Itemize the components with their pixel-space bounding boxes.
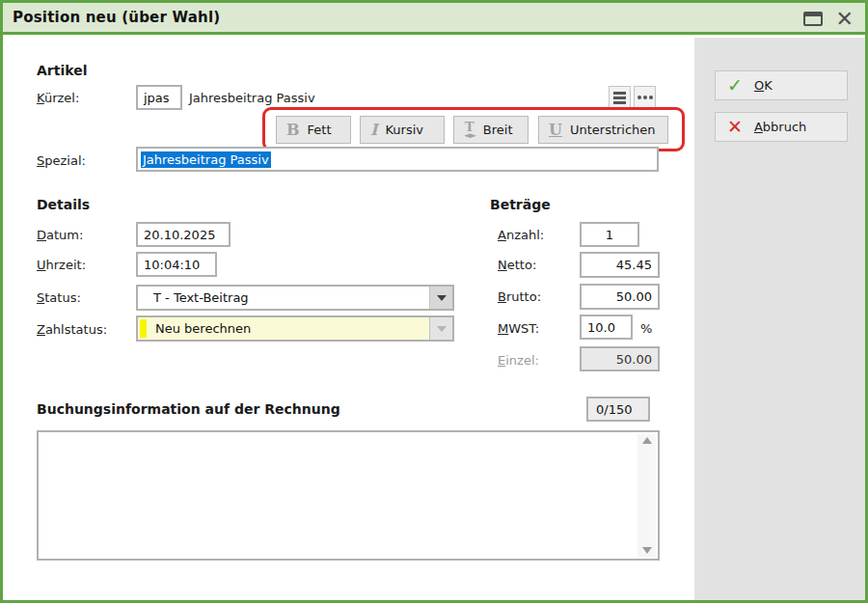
window-title: Position neu (über Wahl) (13, 9, 220, 26)
anzahl-input[interactable]: 1 (580, 222, 639, 247)
more-options-button[interactable] (634, 86, 656, 109)
wide-button[interactable]: T◄► Breit (453, 116, 529, 144)
underline-label: Unterstrichen (570, 123, 656, 137)
cross-icon: ✕ (727, 118, 743, 136)
wide-label: Breit (483, 123, 513, 137)
scroll-down-icon[interactable] (642, 547, 652, 554)
underline-icon: U (549, 123, 562, 138)
wide-icon: T◄► (464, 121, 475, 140)
mwst-input[interactable]: 10.0 (580, 315, 633, 340)
uhrzeit-input[interactable]: 10:04:10 (136, 252, 217, 277)
netto-label: Netto: (498, 258, 536, 272)
ellipsis-icon (637, 96, 653, 99)
scroll-up-icon[interactable] (642, 437, 652, 444)
italic-label: Kursiv (385, 123, 423, 137)
kuerzel-description: Jahresbeitrag Passiv (189, 91, 315, 105)
textarea-scrollbar[interactable] (637, 434, 656, 557)
char-counter: 0/150 (586, 397, 650, 422)
dialog-position-neu: Position neu (über Wahl) ✕ Artikel Kürze… (0, 0, 868, 603)
details-header: Details (37, 197, 90, 212)
datum-input[interactable]: 20.10.2025 (136, 222, 231, 247)
menu-button[interactable] (609, 86, 631, 109)
anzahl-label: Anzahl: (498, 228, 544, 242)
brutto-label: Brutto: (498, 289, 541, 304)
titlebar: Position neu (über Wahl) ✕ (3, 3, 865, 35)
abbruch-label: Abbruch (754, 120, 806, 134)
italic-button[interactable]: I Kursiv (360, 116, 445, 144)
kuerzel-label: Kürzel: (37, 91, 79, 105)
chevron-down-icon (437, 326, 447, 332)
status-value: T - Text-Beitrag (153, 290, 429, 305)
zahlstatus-value: Neu berechnen (155, 321, 429, 336)
zahlstatus-label: Zahlstatus: (37, 322, 107, 337)
yellow-marker-bar (140, 319, 147, 338)
ok-button[interactable]: ✓ OK (715, 70, 848, 100)
abbruch-button[interactable]: ✕ Abbruch (715, 112, 848, 142)
uhrzeit-label: Uhrzeit: (37, 258, 86, 272)
bold-button[interactable]: B Fett (276, 116, 351, 144)
underline-button[interactable]: U Unterstrichen (538, 116, 668, 144)
datum-label: Datum: (37, 228, 83, 242)
bold-label: Fett (308, 123, 332, 137)
status-dropdown-arrow[interactable] (429, 287, 452, 309)
status-dropdown[interactable]: T - Text-Beitrag (136, 285, 454, 311)
chevron-down-icon (437, 295, 447, 301)
restore-window-icon[interactable] (803, 12, 823, 26)
zahlstatus-dropdown-arrow (429, 317, 452, 340)
einzel-label: Einzel: (498, 353, 539, 368)
selected-text: Jahresbeitrag Passiv (141, 151, 271, 168)
italic-icon: I (370, 123, 377, 138)
ok-label: OK (754, 78, 773, 93)
mwst-suffix: % (640, 321, 652, 336)
kuerzel-input[interactable]: jpas (136, 85, 182, 110)
buchung-header: Buchungsinformation auf der Rechnung (37, 401, 340, 417)
hamburger-icon (613, 92, 626, 104)
bold-icon: B (286, 123, 300, 138)
zahlstatus-dropdown[interactable]: Neu berechnen (136, 315, 454, 342)
spezial-input[interactable]: Jahresbeitrag Passiv (136, 147, 659, 172)
check-icon: ✓ (727, 76, 743, 95)
status-label: Status: (37, 290, 81, 305)
close-icon[interactable]: ✕ (836, 10, 854, 29)
netto-input[interactable]: 45.45 (580, 252, 660, 278)
brutto-input[interactable]: 50.00 (580, 284, 660, 310)
buchung-textarea[interactable] (37, 430, 660, 561)
betraege-header: Beträge (490, 197, 551, 212)
spezial-label: Spezial: (37, 153, 86, 168)
einzel-input: 50.00 (580, 346, 660, 371)
mwst-label: MWST: (498, 321, 539, 336)
artikel-header: Artikel (37, 63, 87, 78)
